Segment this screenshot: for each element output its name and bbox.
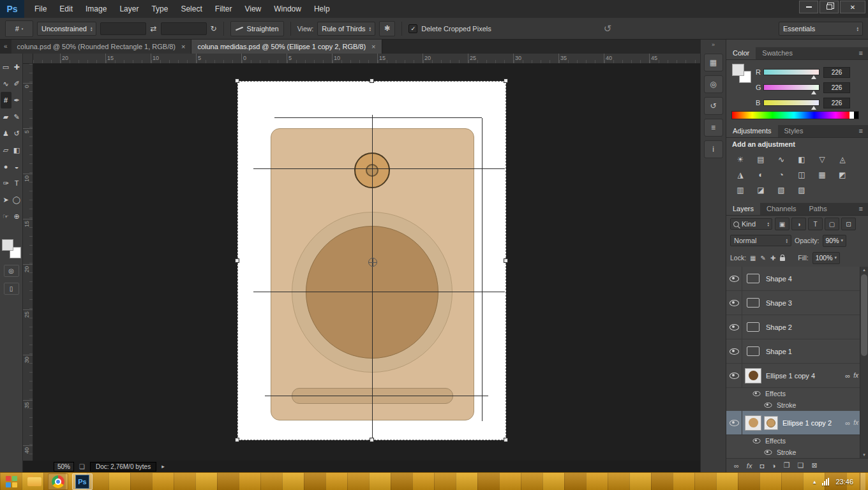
menu-filter[interactable]: Filter — [209, 0, 239, 18]
close-tab-icon[interactable]: × — [181, 43, 185, 50]
panel-menu-icon[interactable]: ≡ — [854, 47, 868, 59]
filter-pixel-layers-icon[interactable]: ▣ — [775, 218, 789, 230]
slider-thumb-icon[interactable] — [811, 106, 816, 110]
filter-smart-objects-icon[interactable]: ⊡ — [841, 218, 856, 230]
channel-slider[interactable] — [763, 84, 819, 91]
histogram-panel-icon[interactable]: ▦ — [704, 54, 723, 71]
layer-row[interactable]: Shape 4 — [726, 267, 868, 291]
navigator-panel-icon[interactable]: ◎ — [704, 75, 723, 93]
adjustment-hue-saturation-icon[interactable]: ◬ — [834, 153, 851, 166]
adjustment-vibrance-icon[interactable]: ▽ — [814, 153, 830, 166]
tool-move[interactable]: ✚ — [11, 59, 22, 75]
filter-adjustment-layers-icon[interactable]: ◑ — [791, 218, 806, 230]
menu-type[interactable]: Type — [145, 0, 174, 18]
menu-image[interactable]: Image — [79, 0, 113, 18]
effects-row[interactable]: Effects — [726, 388, 868, 399]
fx-icon[interactable]: fx — [853, 419, 858, 426]
new-group-icon[interactable]: ❒ — [784, 461, 790, 470]
adjustment-color-lookup-icon[interactable]: ▦ — [814, 168, 830, 181]
minimize-button[interactable] — [799, 1, 818, 13]
menu-layer[interactable]: Layer — [113, 0, 145, 18]
link-layers-icon[interactable]: ∞ — [734, 462, 739, 470]
expand-dock-chevron[interactable]: » — [701, 40, 726, 50]
adjustment-curves-icon[interactable]: ∿ — [773, 153, 789, 166]
layer-visibility-toggle[interactable] — [726, 339, 742, 363]
tool-history-brush[interactable]: ↺ — [11, 125, 22, 142]
scroll-up-icon[interactable]: ▴ — [860, 267, 868, 272]
taskbar-explorer-button[interactable] — [25, 474, 44, 489]
tool-dodge[interactable]: ◒ — [11, 158, 22, 175]
crop-overlay-dropdown[interactable]: Rule of Thirds ▴▾ — [317, 22, 375, 36]
tool-clone-stamp[interactable]: ♟ — [1, 125, 11, 142]
tab-color[interactable]: Color — [726, 47, 756, 59]
filter-type-layers-icon[interactable]: T — [808, 218, 823, 230]
stroke-row[interactable]: Stroke — [726, 399, 868, 411]
channel-slider[interactable] — [763, 69, 819, 75]
tool-type[interactable]: T — [11, 175, 22, 191]
layer-style-icon[interactable]: fx — [747, 462, 752, 470]
adjustment-channel-mixer-icon[interactable]: ◫ — [793, 168, 810, 181]
tool-ellipse-shape[interactable]: ◯ — [11, 191, 22, 208]
tool-blur[interactable]: ● — [1, 158, 11, 175]
show-desktop-button[interactable] — [860, 473, 865, 490]
menu-window[interactable]: Window — [267, 0, 308, 18]
new-layer-icon[interactable]: ❏ — [798, 461, 804, 470]
menu-edit[interactable]: Edit — [53, 0, 79, 18]
status-options-arrow-icon[interactable]: ▸ — [161, 463, 165, 470]
adjustment-brightness-contrast-icon[interactable]: ☀ — [732, 153, 749, 166]
delete-layer-icon[interactable]: ⊠ — [811, 461, 817, 470]
tool-gradient[interactable]: ◧ — [11, 142, 22, 158]
crop-handle-middle-right[interactable] — [504, 258, 508, 263]
menu-view[interactable]: View — [238, 0, 267, 18]
properties-panel-icon[interactable]: ≡ — [704, 119, 723, 137]
layer-visibility-toggle[interactable] — [726, 315, 742, 339]
restore-button[interactable] — [819, 1, 839, 13]
eye-icon[interactable] — [753, 438, 761, 443]
collapse-left-icon[interactable]: « — [0, 40, 11, 54]
filter-shape-layers-icon[interactable]: ▢ — [825, 218, 839, 230]
tool-path-selection[interactable]: ➤ — [1, 191, 11, 208]
workspace-dropdown[interactable]: Essentials ▴▾ — [779, 22, 863, 36]
hidden-icons-chevron[interactable]: ▴ — [813, 479, 816, 485]
layer-visibility-toggle[interactable] — [726, 411, 742, 434]
crop-handle-bottom-left[interactable] — [235, 438, 239, 442]
layer-row[interactable]: Ellipse 1 copy 4∞fx▴ — [726, 364, 868, 388]
layers-scrollbar[interactable]: ▴ ▾ — [860, 267, 868, 458]
slider-thumb-icon[interactable] — [811, 91, 816, 94]
crop-preset-dropdown[interactable]: Unconstrained ▴▾ — [37, 22, 96, 36]
layer-filter-kind-dropdown[interactable]: Kind ▴▾ — [730, 218, 772, 230]
taskbar-photoshop-button[interactable]: Ps — [72, 473, 93, 490]
stroke-row[interactable]: Stroke — [726, 447, 868, 458]
foreground-background-swatches[interactable] — [1, 239, 22, 259]
tab-swatches[interactable]: Swatches — [756, 47, 799, 59]
tab-paths[interactable]: Paths — [803, 203, 834, 215]
crop-handle-top-center[interactable] — [370, 78, 374, 83]
lock-position-icon[interactable]: ✚ — [770, 255, 775, 262]
close-tab-icon[interactable]: × — [371, 43, 375, 50]
slider-thumb-icon[interactable] — [811, 75, 816, 79]
menu-file[interactable]: File — [28, 0, 53, 18]
adjustment-black-white-icon[interactable]: ◐ — [752, 168, 769, 181]
layer-row[interactable]: Shape 3 — [726, 291, 868, 315]
adjustment-photo-filter-icon[interactable]: ◔ — [773, 168, 789, 181]
blend-mode-dropdown[interactable]: Normal ▴▾ — [730, 235, 791, 246]
menu-help[interactable]: Help — [308, 0, 336, 18]
crop-handle-top-left[interactable] — [235, 78, 239, 83]
tab-channels[interactable]: Channels — [760, 203, 802, 215]
fill-field[interactable]: 100% ▾ — [812, 252, 840, 264]
lock-all-icon[interactable] — [780, 255, 785, 261]
crop-handle-bottom-right[interactable] — [504, 438, 508, 442]
effects-row[interactable]: Effects — [726, 435, 868, 447]
tab-adjustments[interactable]: Adjustments — [726, 125, 778, 137]
new-adjustment-layer-icon[interactable]: ◑ — [772, 462, 776, 470]
adjustment-posterize-icon[interactable]: ▥ — [732, 184, 749, 197]
crop-width-input[interactable] — [100, 22, 146, 35]
channel-slider[interactable] — [763, 100, 819, 106]
tool-preset-picker[interactable]: #▾ — [5, 20, 33, 37]
panel-menu-icon[interactable]: ≡ — [854, 125, 868, 137]
crop-options-gear-button[interactable]: ✻ — [379, 21, 395, 36]
adjustment-gradient-map-icon[interactable]: ▨ — [793, 184, 810, 197]
crop-handle-top-right[interactable] — [504, 78, 508, 83]
quick-mask-button[interactable]: ◎ — [4, 265, 19, 277]
fx-icon[interactable]: fx — [853, 372, 858, 379]
